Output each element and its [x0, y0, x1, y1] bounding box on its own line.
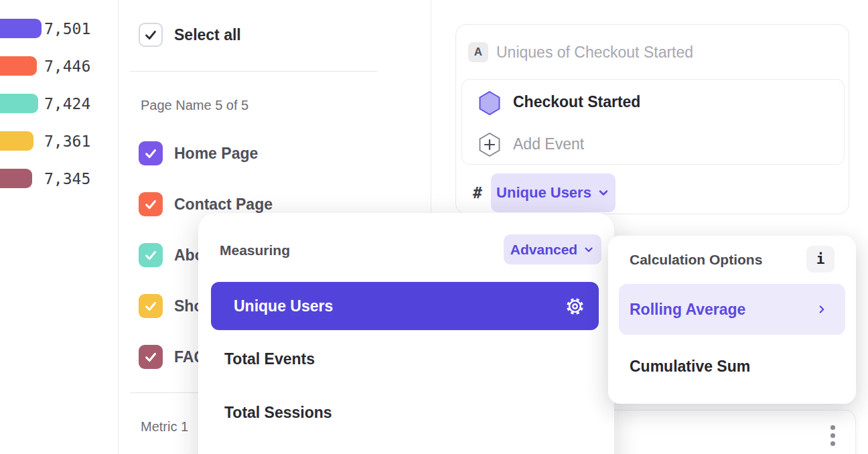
- checkbox-label-contact-page: Contact Page: [174, 196, 273, 214]
- menu-option-unique-users[interactable]: Unique Users: [211, 282, 599, 330]
- calculation-options-popup: Calculation Options i Rolling Average Cu…: [608, 236, 856, 404]
- bar-row: 7,501: [0, 19, 42, 38]
- calc-popup-title: Calculation Options: [630, 252, 762, 268]
- measurement-dropdown-button[interactable]: Unique Users: [491, 173, 616, 212]
- event-name[interactable]: Checkout Started: [513, 93, 640, 111]
- chevron-down-icon: [583, 244, 595, 256]
- menu-option-label: Unique Users: [234, 297, 333, 315]
- bar-value: 7,501: [44, 20, 90, 37]
- bar-row: 7,345: [0, 169, 32, 188]
- divider: [130, 71, 377, 72]
- checkbox-about-page[interactable]: [139, 243, 163, 267]
- add-event-button[interactable]: Add Event: [513, 135, 584, 153]
- checkmark-icon: [143, 248, 158, 262]
- panel-divider-left: [118, 0, 119, 454]
- bar-segment[interactable]: [0, 94, 38, 113]
- gear-icon[interactable]: [566, 297, 584, 315]
- select-all-checkbox[interactable]: [139, 23, 163, 47]
- menu-option-total-events[interactable]: Total Events: [224, 350, 315, 368]
- group-label: Page Name 5 of 5: [141, 98, 248, 113]
- bar-row: 7,424: [0, 94, 38, 113]
- metric-footer-label: Metric 1: [141, 419, 188, 435]
- kebab-dot: [830, 425, 835, 430]
- measurement-value: Unique Users: [496, 184, 591, 202]
- series-letter-badge: A: [468, 42, 488, 62]
- bar-segment[interactable]: [0, 56, 37, 76]
- calc-option-cumulative-sum[interactable]: Cumulative Sum: [630, 358, 750, 376]
- checkbox-contact-page[interactable]: [139, 192, 163, 216]
- checkbox-label-home-page: Home Page: [174, 145, 258, 163]
- bar-row: 7,361: [0, 131, 33, 151]
- checkmark-icon: [143, 197, 158, 212]
- checkbox-shop-page[interactable]: [139, 294, 163, 318]
- kebab-menu-button[interactable]: [830, 425, 835, 446]
- bar-row: 7,446: [0, 56, 37, 76]
- add-event-icon: [478, 132, 501, 157]
- aggregation-hash-symbol: #: [473, 184, 482, 202]
- series-name-input[interactable]: Uniques of Checkout Started: [496, 44, 693, 62]
- calc-option-label: Rolling Average: [630, 301, 745, 319]
- bar-value: 7,446: [44, 58, 90, 75]
- query-builder-card: A Uniques of Checkout Started Checkout S…: [455, 24, 849, 214]
- event-hexagon-icon: [478, 90, 501, 116]
- insights-analytics-screen: 7,501 7,446 7,424 7,361 7,345 Select all: [0, 0, 868, 454]
- bar-value: 7,345: [44, 170, 90, 187]
- checkbox-faq-page[interactable]: [139, 345, 163, 369]
- bar-segment[interactable]: [0, 131, 33, 151]
- kebab-dot: [830, 441, 835, 446]
- bar-segment[interactable]: [0, 19, 42, 38]
- bar-value: 7,424: [44, 95, 90, 112]
- event-card: Checkout Started Add Event: [461, 79, 845, 165]
- checkmark-icon: [143, 350, 158, 364]
- chevron-right-icon: [816, 303, 828, 315]
- measuring-dropdown-menu: Measuring Advanced Unique Users Total Ev…: [198, 213, 614, 454]
- advanced-mode-value: Advanced: [510, 242, 577, 258]
- checkmark-icon: [143, 299, 158, 313]
- checkmark-icon: [143, 27, 158, 42]
- advanced-mode-dropdown[interactable]: Advanced: [504, 234, 601, 264]
- menu-option-total-sessions[interactable]: Total Sessions: [224, 404, 332, 422]
- checkbox-home-page[interactable]: [139, 141, 163, 165]
- bar-segment[interactable]: [0, 169, 32, 188]
- measuring-menu-title: Measuring: [220, 242, 290, 258]
- select-all-label: Select all: [174, 26, 241, 44]
- calc-option-rolling-average[interactable]: Rolling Average: [619, 284, 845, 335]
- info-icon[interactable]: i: [806, 246, 835, 273]
- checkmark-icon: [143, 146, 158, 161]
- kebab-dot: [830, 433, 835, 438]
- bar-value: 7,361: [44, 133, 90, 150]
- chevron-down-icon: [597, 186, 610, 200]
